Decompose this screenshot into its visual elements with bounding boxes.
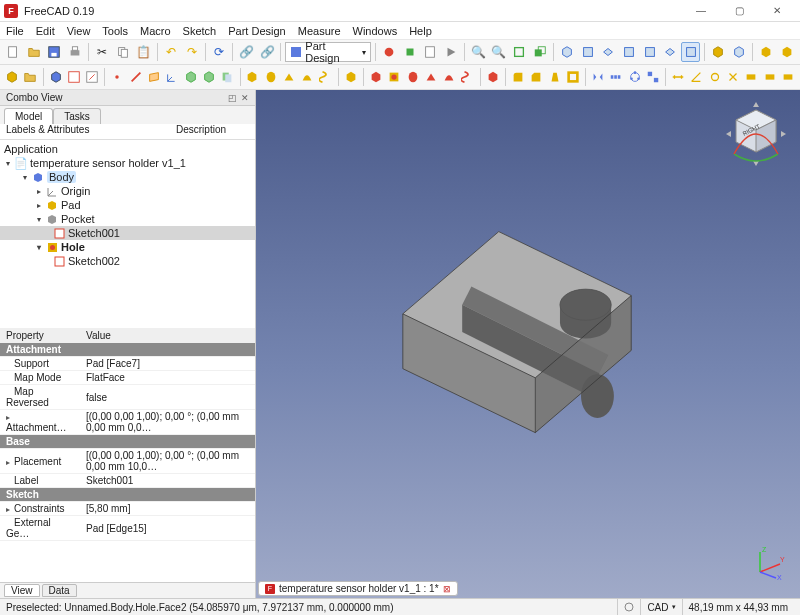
menu-edit[interactable]: Edit	[36, 25, 55, 37]
view-rear-icon[interactable]	[640, 42, 659, 62]
pad-icon[interactable]	[244, 67, 260, 87]
link-plus-icon[interactable]: 🔗	[258, 42, 277, 62]
prop-attachment-val[interactable]: [(0,00 0,00 1,00); 0,00 °; (0,00 mm 0,00…	[80, 410, 255, 435]
tab-model[interactable]: Model	[4, 108, 53, 124]
tree-pad[interactable]: Pad	[61, 199, 81, 211]
maximize-button[interactable]: ▢	[724, 2, 754, 20]
revolution-icon[interactable]	[263, 67, 279, 87]
prop-external-val[interactable]: Pad [Edge15]	[80, 516, 255, 541]
minimize-button[interactable]: —	[686, 2, 716, 20]
close-button[interactable]: ✕	[762, 2, 792, 20]
view-iso-icon[interactable]	[558, 42, 577, 62]
measure-icon[interactable]	[729, 42, 748, 62]
tree-body[interactable]: Body	[47, 171, 76, 183]
menu-view[interactable]: View	[67, 25, 91, 37]
undo-icon[interactable]: ↶	[162, 42, 181, 62]
chamfer-icon[interactable]	[528, 67, 544, 87]
body-icon[interactable]	[47, 67, 63, 87]
linear-pattern-icon[interactable]	[608, 67, 624, 87]
model-tree[interactable]: Application ▾📄temperature sensor holder …	[0, 140, 255, 328]
shape-binder-icon[interactable]	[183, 67, 199, 87]
link-icon[interactable]: 🔗	[237, 42, 256, 62]
measure-angular-icon[interactable]	[688, 67, 704, 87]
part-icon[interactable]	[4, 67, 20, 87]
macro-record-icon[interactable]	[380, 42, 399, 62]
status-nav-style[interactable]: CAD▾	[640, 599, 681, 615]
loft-sub-icon[interactable]	[423, 67, 439, 87]
panel-close-icon[interactable]: ✕	[241, 93, 249, 103]
box-sub-icon[interactable]	[485, 67, 501, 87]
cube-iso-icon[interactable]	[709, 42, 728, 62]
macro-edit-icon[interactable]	[421, 42, 440, 62]
view-front-icon[interactable]	[579, 42, 598, 62]
close-tab-icon[interactable]: ⊠	[443, 584, 451, 594]
tree-hole[interactable]: Hole	[61, 241, 85, 253]
tree-origin[interactable]: Origin	[61, 185, 90, 197]
measure-toggle-icon[interactable]	[743, 67, 759, 87]
navigation-cube[interactable]: RIGHT	[720, 98, 792, 170]
mirror-icon[interactable]	[590, 67, 606, 87]
tree-sketch002[interactable]: Sketch002	[68, 255, 120, 267]
new-icon[interactable]	[4, 42, 23, 62]
open-icon[interactable]	[25, 42, 44, 62]
polar-pattern-icon[interactable]	[627, 67, 643, 87]
prop-constraints-key[interactable]: Constraints	[14, 503, 65, 514]
prop-placement-key[interactable]: Placement	[14, 456, 61, 467]
cut-icon[interactable]: ✂	[93, 42, 112, 62]
prop-mapmode-val[interactable]: FlatFace	[80, 371, 255, 385]
print-icon[interactable]	[66, 42, 85, 62]
tree-document[interactable]: temperature sensor holder v1_1	[30, 157, 186, 169]
bounding-box-icon[interactable]	[531, 42, 550, 62]
redo-icon[interactable]: ↷	[182, 42, 201, 62]
menu-part-design[interactable]: Part Design	[228, 25, 285, 37]
sweep-icon[interactable]	[299, 67, 315, 87]
view-left-icon[interactable]	[681, 42, 700, 62]
status-notifications[interactable]	[617, 599, 640, 615]
menu-measure[interactable]: Measure	[298, 25, 341, 37]
tab-view[interactable]: View	[4, 584, 40, 597]
group-icon[interactable]	[22, 67, 38, 87]
menu-sketch[interactable]: Sketch	[183, 25, 217, 37]
view-right-icon[interactable]	[620, 42, 639, 62]
zoom-selection-icon[interactable]: 🔍	[489, 42, 508, 62]
datum-line-icon[interactable]	[128, 67, 144, 87]
box-additive-icon[interactable]	[343, 67, 359, 87]
view-bottom-icon[interactable]	[661, 42, 680, 62]
measure-toggle2-icon[interactable]	[762, 67, 778, 87]
macro-play-icon[interactable]	[441, 42, 460, 62]
sub-binder-icon[interactable]	[201, 67, 217, 87]
save-icon[interactable]	[45, 42, 64, 62]
prop-attachment-key[interactable]: Attachment…	[6, 422, 67, 433]
document-tab[interactable]: F temperature sensor holder v1_1 : 1* ⊠	[258, 581, 458, 596]
hole-icon[interactable]	[386, 67, 402, 87]
menu-file[interactable]: File	[6, 25, 24, 37]
measure-refresh-icon[interactable]	[707, 67, 723, 87]
fillet-icon[interactable]	[510, 67, 526, 87]
prop-maprev-val[interactable]: false	[80, 385, 255, 410]
sketch-edit-icon[interactable]	[84, 67, 100, 87]
zoom-fit-icon[interactable]: 🔍	[469, 42, 488, 62]
clone-icon[interactable]	[219, 67, 235, 87]
menu-tools[interactable]: Tools	[102, 25, 128, 37]
macro-stop-icon[interactable]	[400, 42, 419, 62]
prop-support-val[interactable]: Pad [Face7]	[80, 357, 255, 371]
3d-viewport[interactable]: RIGHT Z Y X F temperature sensor holder …	[256, 90, 800, 598]
tree-pocket[interactable]: Pocket	[61, 213, 95, 225]
loft-icon[interactable]	[281, 67, 297, 87]
thickness-icon[interactable]	[565, 67, 581, 87]
panel-float-icon[interactable]: ◰	[228, 93, 237, 103]
sketch-new-icon[interactable]	[66, 67, 82, 87]
datum-plane-icon[interactable]	[146, 67, 162, 87]
groove-icon[interactable]	[405, 67, 421, 87]
menu-macro[interactable]: Macro	[140, 25, 171, 37]
helix-sub-icon[interactable]	[460, 67, 476, 87]
workbench-selector[interactable]: Part Design▾	[285, 42, 370, 62]
helix-icon[interactable]	[318, 67, 334, 87]
datum-point-icon[interactable]	[109, 67, 125, 87]
measure-linear-icon[interactable]	[670, 67, 686, 87]
prop-placement-val[interactable]: [(0,00 0,00 1,00); 0,00 °; (0,00 mm 0,00…	[80, 449, 255, 474]
draw-style-icon[interactable]	[510, 42, 529, 62]
tab-data[interactable]: Data	[42, 584, 77, 597]
measure-clear-icon[interactable]	[725, 67, 741, 87]
help-icon[interactable]	[778, 42, 797, 62]
